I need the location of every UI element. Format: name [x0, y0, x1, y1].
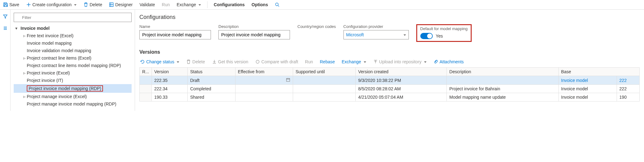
versions-exchange-button[interactable]: Exchange: [342, 59, 366, 64]
table-row[interactable]: 222.34Completed8/5/2020 08:28:02 AMProje…: [140, 85, 640, 93]
compare-icon: [255, 59, 260, 64]
tree-item[interactable]: ▹Free text invoice (Excel): [14, 32, 132, 39]
col-description[interactable]: Description: [447, 68, 558, 76]
versions-run-button: Run: [305, 59, 313, 64]
tree-root-label: Invoice model: [21, 26, 49, 31]
cell-base-num: 222: [617, 76, 639, 85]
tree-panel: ▾ Invoice model ▹Free text invoice (Exce…: [11, 10, 135, 111]
upload-label: Upload into repository: [379, 59, 422, 64]
versions-delete-button: Delete: [186, 59, 205, 64]
options-label: Options: [252, 2, 268, 7]
tree-item[interactable]: Project manage invoice model mapping (RD…: [14, 100, 132, 108]
tree-item[interactable]: ▹Project manage invoice (Excel): [14, 93, 132, 100]
main-toolbar: Save Create configuration Delete Designe…: [0, 0, 644, 10]
cell-effective: [235, 76, 293, 85]
name-field: Name: [139, 24, 211, 39]
description-input[interactable]: [218, 30, 290, 39]
provider-select[interactable]: Microsoft: [343, 30, 409, 39]
row-selector: [140, 93, 152, 101]
col-supported[interactable]: Supported until: [293, 68, 355, 76]
chevron-right-icon: ▹: [22, 70, 27, 75]
chevron-down-icon: ▾: [14, 26, 19, 31]
row-selector: [140, 76, 152, 85]
toolbar-separator: [207, 1, 208, 8]
country-field: Country/region codes: [297, 24, 336, 29]
side-icon-strip: [0, 10, 11, 111]
trash-icon: [186, 59, 191, 64]
cell-created: 8/5/2020 08:28:02 AM: [356, 85, 447, 93]
cell-base: Invoice model: [558, 85, 617, 93]
run-button: Run: [161, 2, 170, 8]
configurations-button[interactable]: Configurations: [213, 2, 245, 8]
tree-item[interactable]: Project invoice model mapping (RDP): [14, 84, 132, 93]
main-layout: ▾ Invoice model ▹Free text invoice (Exce…: [0, 10, 644, 111]
cell-status: Completed: [188, 85, 235, 93]
trash-icon: [83, 2, 88, 7]
tree-item-label: Project contract line items (Excel): [27, 56, 91, 61]
tree-item[interactable]: Project contract line items model mappin…: [14, 62, 132, 69]
funnel-icon[interactable]: [3, 14, 8, 19]
cell-created: 4/21/2020 05:07:04 AM: [356, 93, 447, 101]
col-version[interactable]: Version: [152, 68, 187, 76]
table-row[interactable]: 190.33Shared4/21/2020 05:07:04 AMModel m…: [140, 93, 640, 101]
filter-input[interactable]: [14, 13, 132, 22]
save-label: Save: [9, 2, 19, 7]
col-rownum[interactable]: R...: [140, 68, 152, 76]
tree-item-label: Free text invoice (Excel): [27, 33, 73, 38]
cell-base: Invoice model: [558, 93, 617, 101]
description-field: Description: [218, 24, 290, 39]
cell-supported: [293, 76, 355, 85]
delete-button[interactable]: Delete: [83, 2, 103, 8]
default-mapping-toggle[interactable]: [420, 33, 433, 39]
get-version-label: Get this version: [218, 59, 248, 64]
cell-created: 9/3/2020 10:38:22 PM: [356, 76, 447, 85]
table-row[interactable]: 222.35Draft9/3/2020 10:38:22 PMInvoice m…: [140, 76, 640, 85]
cell-base-num: 222: [617, 85, 639, 93]
search-button[interactable]: [274, 2, 280, 8]
col-base[interactable]: Base: [558, 68, 639, 76]
list-icon[interactable]: [3, 26, 8, 31]
toggle-row: Yes: [420, 33, 468, 39]
versions-toolbar: Change status Delete Get this version: [139, 58, 640, 65]
save-icon: [3, 2, 8, 7]
chevron-right-icon: ▹: [22, 56, 27, 61]
compare-button: Compare with draft: [255, 59, 298, 64]
create-config-button[interactable]: Create configuration: [26, 2, 77, 8]
cell-effective: [235, 93, 293, 101]
col-effective[interactable]: Effective from: [235, 68, 293, 76]
col-created[interactable]: Version created: [356, 68, 447, 76]
calendar-icon[interactable]: [286, 78, 290, 83]
get-version-button: Get this version: [212, 59, 248, 64]
filter-wrap: [14, 13, 132, 22]
tree-root[interactable]: ▾ Invoice model: [14, 25, 132, 32]
attachments-button[interactable]: Attachments: [433, 59, 464, 64]
tree-item[interactable]: Invoice validation model mapping: [14, 47, 132, 54]
tree-item-label: Project invoice model mapping (RDP): [27, 85, 103, 92]
validate-button[interactable]: Validate: [139, 2, 156, 8]
table-header-row: R... Version Status Effective from Suppo…: [140, 68, 640, 76]
description-label: Description: [218, 24, 290, 29]
exchange-label: Exchange: [177, 2, 196, 7]
svg-rect-2: [287, 79, 290, 82]
designer-button[interactable]: Designer: [108, 2, 133, 8]
tree-item-label: Project contract line items model mappin…: [27, 63, 121, 68]
name-input[interactable]: [139, 30, 211, 39]
default-mapping-label: Default for model mapping: [420, 26, 468, 31]
tree-item[interactable]: ▹Project contract line items (Excel): [14, 54, 132, 62]
tree-item[interactable]: Project invoice (IT): [14, 77, 132, 84]
plus-icon: [26, 2, 31, 7]
save-button[interactable]: Save: [2, 2, 20, 8]
cell-supported: [293, 85, 355, 93]
paperclip-icon: [433, 59, 438, 64]
attachments-label: Attachments: [440, 59, 464, 64]
tree-item[interactable]: Invoice model mapping: [14, 39, 132, 47]
configurations-label: Configurations: [214, 2, 245, 7]
tree-item[interactable]: ▹Project invoice (Excel): [14, 69, 132, 77]
change-status-button[interactable]: Change status: [140, 59, 179, 64]
tree-item-label: Invoice validation model mapping: [27, 48, 91, 53]
options-button[interactable]: Options: [251, 2, 269, 8]
rebase-label: Rebase: [320, 59, 335, 64]
col-status[interactable]: Status: [188, 68, 235, 76]
exchange-button[interactable]: Exchange: [176, 2, 202, 8]
rebase-button[interactable]: Rebase: [320, 59, 335, 64]
